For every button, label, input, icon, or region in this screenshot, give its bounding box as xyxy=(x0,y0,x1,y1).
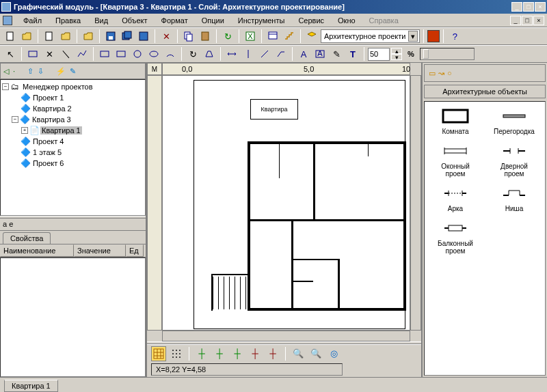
up-icon[interactable]: ⇧ xyxy=(27,67,34,76)
drawing-canvas[interactable]: Квартира xyxy=(162,75,410,331)
bottom-tab[interactable]: Квартира 1 xyxy=(4,380,58,392)
open-icon[interactable] xyxy=(19,29,34,44)
polyline-icon[interactable] xyxy=(75,46,90,61)
paste-icon[interactable] xyxy=(198,29,213,44)
circle-icon[interactable] xyxy=(130,46,145,61)
tree-item-selected[interactable]: Квартира 1 xyxy=(40,126,82,135)
minimize-button[interactable]: _ xyxy=(511,2,522,12)
save-all-icon[interactable] xyxy=(120,29,135,44)
line-icon[interactable]: ＼ xyxy=(58,46,73,61)
new-icon[interactable] xyxy=(3,29,18,44)
dim-angle-icon[interactable] xyxy=(257,46,272,61)
help-icon[interactable]: ? xyxy=(447,29,462,44)
snap-end-icon[interactable]: ┼ xyxy=(194,346,209,361)
rotate-icon[interactable]: ↻ xyxy=(185,46,200,61)
palette-room[interactable]: Комната xyxy=(427,107,483,135)
back-icon[interactable]: ◁ xyxy=(3,67,9,76)
zoom-in-icon[interactable]: 🔍 xyxy=(291,346,306,361)
maximize-button[interactable]: □ xyxy=(523,2,534,12)
zoom-input[interactable] xyxy=(368,48,390,61)
text-a-icon[interactable]: A xyxy=(296,46,311,61)
props-grid-body[interactable] xyxy=(0,257,146,377)
refresh-icon[interactable]: ↻ xyxy=(220,29,235,44)
close-button[interactable]: × xyxy=(535,2,546,12)
down-icon[interactable]: ⇩ xyxy=(38,67,44,76)
snap-tan-icon[interactable]: ┼ xyxy=(265,346,280,361)
menu-object[interactable]: Объект xyxy=(115,15,154,26)
col-unit[interactable]: Ед xyxy=(126,244,144,257)
menu-view[interactable]: Вид xyxy=(88,15,115,26)
text-box-icon[interactable]: A xyxy=(312,46,328,61)
eyedropper-icon[interactable]: ✎ xyxy=(329,46,344,61)
text-t-icon[interactable]: T xyxy=(345,46,360,61)
menu-window[interactable]: Окно xyxy=(331,15,362,26)
chevron-down-icon[interactable]: ▾ xyxy=(408,31,418,42)
tree-item[interactable]: 1 этаж 5 xyxy=(31,148,63,156)
menu-options[interactable]: Опции xyxy=(195,15,231,26)
dim-v-icon[interactable] xyxy=(241,46,256,61)
arc-icon[interactable] xyxy=(163,46,178,61)
ellipse-icon[interactable] xyxy=(146,46,161,61)
circle2-icon[interactable]: ○ xyxy=(447,69,452,77)
child-maximize-button[interactable]: □ xyxy=(522,16,533,25)
menu-help[interactable]: Справка xyxy=(362,15,405,26)
props-filter[interactable]: a e xyxy=(0,219,146,231)
snap-int-icon[interactable]: ┼ xyxy=(230,346,245,361)
palette-niche[interactable]: Ниша xyxy=(486,184,542,212)
palette-window[interactable]: Оконный проем xyxy=(427,142,483,178)
design-icon[interactable]: ✎ xyxy=(70,67,76,76)
palette-partition[interactable]: Перегородка xyxy=(486,107,542,135)
color-swatch[interactable] xyxy=(427,30,440,42)
child-close-button[interactable]: × xyxy=(533,16,544,25)
tree-item[interactable]: Проект 6 xyxy=(31,159,65,167)
copy-icon[interactable] xyxy=(181,29,196,44)
col-name[interactable]: Наименование xyxy=(0,244,74,257)
open2-icon[interactable] xyxy=(58,29,73,44)
child-minimize-button[interactable]: _ xyxy=(510,16,521,25)
menu-edit[interactable]: Правка xyxy=(49,15,88,26)
scroll-horizontal[interactable] xyxy=(162,331,410,341)
cross-icon[interactable]: ✕ xyxy=(42,46,57,61)
tree-item[interactable]: Квартира 2 xyxy=(31,104,73,113)
menu-tools[interactable]: Инструменты xyxy=(231,15,292,26)
zoom-down[interactable]: ▾ xyxy=(391,54,402,60)
new2-icon[interactable] xyxy=(42,29,57,44)
path-icon[interactable]: ↝ xyxy=(438,69,444,78)
palette-arch[interactable]: Арка xyxy=(427,184,483,212)
bolt-icon[interactable]: ⚡ xyxy=(56,67,66,76)
zoom-out-icon[interactable]: 🔍 xyxy=(308,346,323,361)
tree-item[interactable]: Проект 1 xyxy=(31,94,65,102)
palette-balcony[interactable]: Балконный проем xyxy=(427,219,483,255)
col-value[interactable]: Значение xyxy=(74,244,126,257)
delete-icon[interactable]: ✕ xyxy=(159,29,174,44)
excel-icon[interactable]: X xyxy=(243,29,258,44)
save3-icon[interactable] xyxy=(136,29,151,44)
tree-collapse-icon[interactable]: − xyxy=(12,116,18,123)
layer-icon[interactable] xyxy=(304,29,319,44)
stairs-icon[interactable] xyxy=(282,29,297,44)
shape-icon[interactable] xyxy=(202,46,217,61)
grid2-icon[interactable] xyxy=(169,346,184,361)
dim-h-icon[interactable] xyxy=(224,46,239,61)
project-tree[interactable]: −🗂Менеджер проектов 🔷Проект 1 🔷Квартира … xyxy=(0,79,146,216)
tree-expand-icon[interactable]: + xyxy=(21,127,28,134)
rect2-icon[interactable] xyxy=(97,46,112,61)
grid1-icon[interactable] xyxy=(151,346,166,361)
scroll-vertical[interactable] xyxy=(410,75,421,331)
tree-collapse-icon[interactable]: − xyxy=(2,83,9,90)
open3-icon[interactable] xyxy=(81,29,96,44)
palette-door[interactable]: Дверной проем xyxy=(486,142,542,178)
menu-file[interactable]: Файл xyxy=(16,15,49,26)
save-icon[interactable] xyxy=(103,29,118,44)
zoom-slider[interactable] xyxy=(420,48,475,60)
rect-icon[interactable] xyxy=(25,46,40,61)
menu-service[interactable]: Сервис xyxy=(291,15,331,26)
fwd-icon[interactable]: · xyxy=(13,67,15,75)
zoom-fit-icon[interactable]: ◎ xyxy=(326,346,341,361)
select-rect-icon[interactable]: ▭ xyxy=(429,69,436,78)
rect3-icon[interactable] xyxy=(114,46,129,61)
snap-perp-icon[interactable]: ┼ xyxy=(248,346,263,361)
tree-item[interactable]: Квартира 3 xyxy=(31,115,72,124)
tree-root[interactable]: Менеджер проектов xyxy=(21,83,94,91)
tab-properties[interactable]: Свойства xyxy=(3,232,51,244)
